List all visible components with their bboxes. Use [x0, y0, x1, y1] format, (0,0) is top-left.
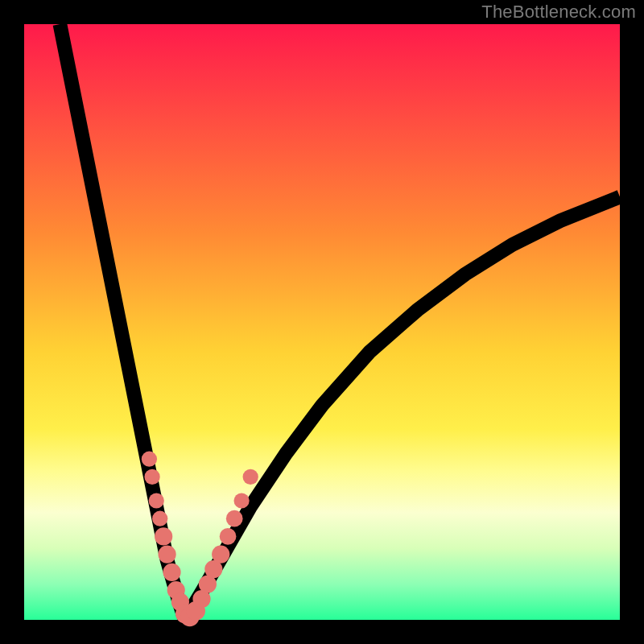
bead — [163, 564, 180, 581]
bead — [220, 528, 237, 545]
bead — [152, 511, 167, 526]
chart-svg — [24, 24, 620, 620]
bead — [226, 510, 243, 527]
bead — [243, 469, 258, 485]
bead — [233, 493, 249, 508]
curve-right — [185, 197, 620, 620]
chart-frame: TheBottleneck.com — [0, 0, 644, 644]
beads-group — [142, 452, 258, 627]
plot-area — [24, 24, 620, 620]
bead — [155, 527, 172, 545]
watermark-text: TheBottleneck.com — [481, 2, 636, 23]
bead — [142, 452, 157, 467]
bead — [144, 469, 159, 485]
bead — [159, 546, 176, 564]
bead — [149, 493, 164, 508]
bead — [212, 546, 229, 564]
